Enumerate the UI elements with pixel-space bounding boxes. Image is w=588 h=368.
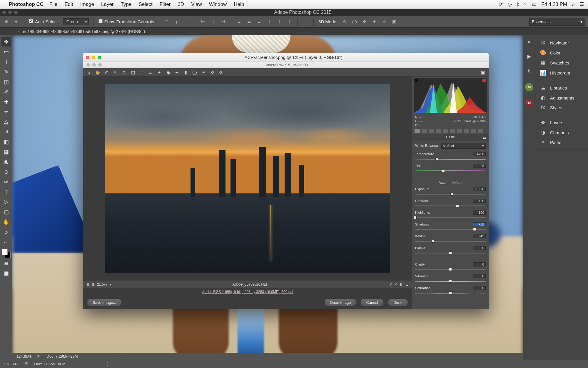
acr-open-button[interactable]: Open Image	[324, 299, 357, 306]
align-left-icon[interactable]: ⊢	[200, 19, 206, 25]
panel-libraries[interactable]: ☁Libraries	[535, 83, 588, 93]
acr-rotate-ccw-icon[interactable]: ⟲	[209, 70, 215, 75]
panel-swatches[interactable]: ▦Swatches	[535, 58, 588, 68]
window-traffic-lights[interactable]	[2, 11, 18, 14]
saturation-value[interactable]: 0	[473, 286, 486, 290]
menu-type[interactable]: Type	[121, 1, 132, 7]
blur-tool[interactable]: ◉	[1, 157, 11, 167]
acr-save-button[interactable]: Save Image...	[87, 299, 122, 306]
acr-adj-brush-icon[interactable]: ✒	[174, 70, 180, 75]
highlights-slider[interactable]	[415, 216, 486, 219]
align-hcenter-icon[interactable]: ┼	[210, 19, 216, 25]
3d-camera-icon[interactable]: ▣	[391, 19, 397, 25]
rectangle-tool[interactable]: ▢	[1, 207, 11, 217]
3d-scale-icon[interactable]: ✧	[381, 19, 387, 25]
acr-radial-filter-icon[interactable]: ◯	[192, 70, 198, 75]
3d-roll-icon[interactable]: ◯	[351, 19, 358, 25]
quickmask-tool[interactable]: ◙	[1, 258, 11, 268]
workspace-dropdown[interactable]: Essentials▾	[529, 18, 585, 26]
acr-traffic-lights[interactable]	[86, 56, 101, 59]
menu-view[interactable]: View	[191, 1, 202, 7]
menu-file[interactable]: File	[49, 1, 57, 7]
tab-curve-icon[interactable]	[422, 129, 427, 133]
tab-fx-icon[interactable]	[457, 129, 462, 133]
panel-navigator[interactable]: ✲Navigator	[535, 38, 588, 48]
panel-adjustments[interactable]: ◐Adjustments	[535, 93, 588, 103]
panel-layers[interactable]: ❖Layers	[535, 117, 588, 127]
lasso-tool[interactable]: ⌇	[1, 57, 11, 67]
acr-zoom-tool-icon[interactable]: ⌕	[86, 70, 92, 75]
shadows-slider[interactable]	[415, 228, 486, 231]
distribute-hcenter-icon[interactable]: ⦀	[276, 19, 283, 25]
default-link[interactable]: Default	[452, 181, 462, 184]
temp-value[interactable]: 4700	[473, 152, 486, 156]
menu-layer[interactable]: Layer	[101, 1, 114, 7]
tab-detail-icon[interactable]	[429, 129, 434, 133]
acr-color-sampler-icon[interactable]: ✎	[112, 70, 118, 75]
marquee-tool[interactable]: ▭	[1, 47, 11, 57]
acr-transform-icon[interactable]: ▱	[148, 70, 153, 75]
acr-spot-remove-icon[interactable]: ✦	[156, 70, 162, 75]
cc-library-badge-red-icon[interactable]: RA	[525, 99, 533, 107]
acr-window-titlebar[interactable]: ACR-screenshot.png @ 125% (Layer 0, RGB/…	[83, 53, 489, 62]
auto-align-icon[interactable]: ⬚	[302, 19, 309, 25]
cc-sync-icon[interactable]: ⟳	[499, 1, 503, 7]
stamp-tool[interactable]: ⧋	[1, 117, 11, 127]
wb-dropdown[interactable]: As Shot	[441, 143, 486, 149]
menu-filter[interactable]: Filter	[160, 1, 171, 7]
acr-done-button[interactable]: Done	[388, 299, 408, 306]
gradient-tool[interactable]: ▦	[1, 147, 11, 157]
acr-delete-icon[interactable]: 🗑	[400, 282, 403, 286]
acr-panel-tabs[interactable]	[412, 128, 489, 134]
type-tool[interactable]: T	[1, 187, 11, 197]
notification-icon[interactable]: ◎	[507, 1, 512, 7]
crop-tool[interactable]: ◫	[1, 77, 11, 87]
acr-cancel-button[interactable]: Cancel	[360, 299, 383, 306]
clock[interactable]: Fri 4:28 PM	[541, 1, 567, 7]
3d-orbit-icon[interactable]: ⟲	[341, 19, 348, 25]
quick-select-tool[interactable]: ✎	[1, 67, 11, 77]
panel-channels[interactable]: ◑Channels	[535, 127, 588, 137]
character-panel-icon[interactable]: §	[525, 68, 533, 75]
acr-workflow-link[interactable]: Adobe RGB (1998); 8 bit; 4903 by 3263 (1…	[202, 290, 293, 294]
3d-pan-icon[interactable]: ✥	[361, 19, 368, 25]
distribute-bottom-icon[interactable]: ≡	[256, 19, 263, 25]
align-vcenter-icon[interactable]: ⫿	[174, 19, 180, 25]
menu-3d[interactable]: 3D	[178, 1, 184, 7]
spotlight-icon[interactable]: ⌕	[572, 1, 575, 7]
tab-lens-icon[interactable]	[450, 129, 455, 133]
acr-crop-tool-icon[interactable]: ◫	[130, 70, 136, 75]
healing-tool[interactable]: ✚	[1, 97, 11, 107]
acr-target-adjust-icon[interactable]: ⊙	[121, 70, 127, 75]
app-name[interactable]: Photoshop CC	[9, 1, 44, 7]
tab-basic-icon[interactable]	[415, 129, 420, 133]
fg-bg-swatch[interactable]	[2, 249, 11, 258]
vibrance-value[interactable]: 0	[473, 274, 486, 278]
hand-tool[interactable]: ✋	[1, 217, 11, 227]
align-bottom-icon[interactable]: ⊥	[184, 19, 190, 25]
tool-preset-dropdown-icon[interactable]: ▾	[13, 19, 19, 25]
inner-status-chevron-icon[interactable]: 〉	[119, 354, 123, 359]
document-tab[interactable]: × ed149534-869f-48d9-8a2b-93d815d61e97.j…	[18, 29, 145, 34]
3d-slide-icon[interactable]: ✦	[371, 19, 377, 25]
auto-select-checkbox[interactable]: Auto-Select:	[29, 19, 59, 24]
acr-zoom-level[interactable]: 21.5%	[97, 282, 107, 286]
battery-icon[interactable]: ▭	[532, 1, 537, 7]
panel-histogram[interactable]: 📊Histogram	[535, 68, 588, 78]
tab-split-icon[interactable]	[443, 129, 448, 133]
menu-image[interactable]: Image	[80, 1, 94, 7]
inner-share-icon[interactable]: ⇱	[37, 354, 41, 359]
acr-rotate-cw-icon[interactable]: ⟳	[218, 70, 224, 75]
show-transform-checkbox[interactable]: Show Transform Controls	[98, 19, 154, 24]
clarity-slider[interactable]	[415, 268, 486, 271]
inner-doc-size[interactable]: Doc: 7.29M/7.29M	[46, 354, 78, 359]
status-chevron-icon[interactable]: 〉	[107, 362, 111, 367]
dodge-tool[interactable]: ⊙	[1, 167, 11, 177]
panel-color[interactable]: 🎨Color	[535, 48, 588, 58]
acr-hand-tool-icon[interactable]: ✋	[95, 70, 101, 75]
acr-wb-tool-icon[interactable]: ✐	[103, 70, 109, 75]
clarity-value[interactable]: 0	[473, 262, 486, 266]
inner-zoom[interactable]: 124.65%	[16, 354, 31, 359]
distribute-vcenter-icon[interactable]: ≣	[246, 19, 253, 25]
shadows-value[interactable]: +68	[473, 222, 486, 226]
